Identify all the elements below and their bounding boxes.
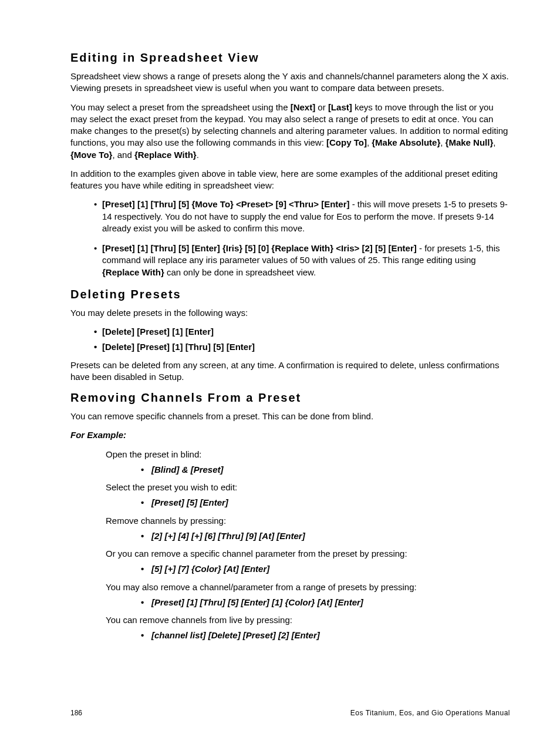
example-list: [Preset] [1] [Thru] [5] {Move To} <Prese…: [70, 198, 510, 278]
command-sequence: [5] [+] [7] {Color} [At] [Enter]: [141, 563, 510, 575]
command-sequence: [2] [+] [4] [+] [6] [Thru] [9] [At] [Ent…: [141, 530, 510, 542]
command-list: [Blind] & [Preset]: [106, 464, 510, 476]
command-list: [channel list] [Delete] [Preset] [2] [En…: [106, 630, 510, 641]
list-item: [Delete] [Preset] [1] [Thru] [5] [Enter]: [94, 341, 510, 353]
command: {Replace With}: [134, 150, 197, 160]
command-sequence: [Preset] [1] [Thru] [5] [Enter] {Iris} […: [102, 243, 417, 253]
paragraph: You can remove specific channels from a …: [70, 410, 510, 422]
example-step: You can remove channels from live by pre…: [106, 614, 510, 626]
text: ,: [440, 137, 445, 147]
heading-removing-channels: Removing Channels From a Preset: [70, 390, 510, 406]
paragraph: You may delete presets in the following …: [70, 307, 510, 319]
paragraph: In addition to the examples given above …: [70, 168, 510, 192]
paragraph: Spreadsheet view shows a range of preset…: [70, 70, 510, 95]
text: ,: [367, 137, 372, 147]
key-next: [Next]: [291, 102, 316, 112]
list-item: [Delete] [Preset] [1] [Enter]: [94, 326, 510, 338]
example-block: Open the preset in blind: [Blind] & [Pre…: [70, 449, 510, 642]
text: .: [197, 150, 199, 160]
text: , and: [112, 150, 134, 160]
example-step: Remove channels by pressing:: [106, 515, 510, 527]
text: or: [315, 102, 328, 112]
example-step: Open the preset in blind:: [106, 449, 510, 460]
command-list: [Preset] [1] [Thru] [5] [Enter] [1] {Col…: [106, 597, 510, 608]
text: can only be done in spreadsheet view.: [164, 267, 316, 277]
text: You may select a preset from the spreads…: [70, 102, 291, 112]
list-item: [Preset] [1] [Thru] [5] {Move To} <Prese…: [94, 198, 510, 234]
command: {Replace With}: [102, 267, 164, 277]
heading-deleting-presets: Deleting Presets: [70, 287, 510, 302]
example-step: Select the preset you wish to edit:: [106, 482, 510, 493]
command-sequence: [Blind] & [Preset]: [141, 464, 510, 476]
command: {Make Null}: [446, 137, 494, 147]
list-item: [Preset] [1] [Thru] [5] [Enter] {Iris} […: [94, 243, 510, 278]
command: {Move To}: [70, 150, 112, 160]
manual-title: Eos Titanium, Eos, and Gio Operations Ma…: [350, 708, 510, 718]
key-last: [Last]: [328, 102, 352, 112]
command-sequence: [Preset] [1] [Thru] [5] {Move To} <Prese…: [102, 199, 349, 209]
command-sequence: [Preset] [5] [Enter]: [141, 497, 510, 509]
command-list: [5] [+] [7] {Color} [At] [Enter]: [106, 563, 510, 575]
heading-editing-spreadsheet: Editing in Spreadsheet View: [70, 50, 510, 66]
command-list: [2] [+] [4] [+] [6] [Thru] [9] [At] [Ent…: [106, 530, 510, 542]
paragraph: You may select a preset from the spreads…: [70, 102, 510, 161]
page-footer: 186 Eos Titanium, Eos, and Gio Operation…: [70, 708, 510, 718]
command: [Copy To]: [326, 137, 367, 147]
example-step: You may also remove a channel/parameter …: [106, 581, 510, 593]
page-number: 186: [70, 708, 82, 718]
command: {Make Absolute}: [372, 137, 440, 147]
command-sequence: [Preset] [1] [Thru] [5] [Enter] [1] {Col…: [141, 597, 510, 608]
paragraph: Presets can be deleted from any screen, …: [70, 359, 510, 383]
for-example-label: For Example:: [70, 429, 510, 441]
document-page: Editing in Spreadsheet View Spreadsheet …: [0, 0, 560, 747]
text: ,: [493, 137, 495, 147]
command-list: [Delete] [Preset] [1] [Enter] [Delete] […: [70, 326, 510, 354]
example-step: Or you can remove a specific channel par…: [106, 548, 510, 560]
command-list: [Preset] [5] [Enter]: [106, 497, 510, 509]
command-sequence: [channel list] [Delete] [Preset] [2] [En…: [141, 630, 510, 641]
